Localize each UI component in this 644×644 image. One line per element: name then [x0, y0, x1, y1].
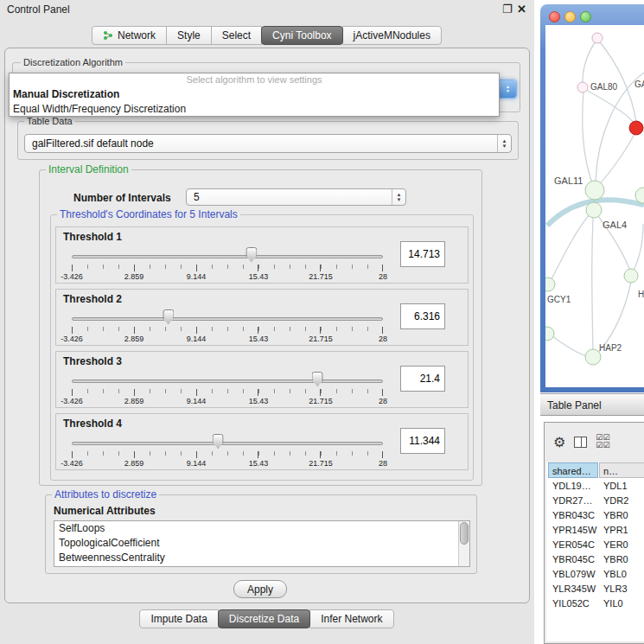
node-selected-red[interactable] — [629, 121, 643, 135]
tab-cyni-toolbox[interactable]: Cyni Toolbox — [261, 26, 342, 45]
node-label-gal80: GAL80 — [590, 82, 618, 92]
close-icon[interactable]: ✕ — [517, 3, 526, 16]
slider-track[interactable] — [72, 379, 383, 383]
node[interactable] — [592, 33, 603, 43]
table-row[interactable]: YBR045CYBR0 — [548, 552, 644, 567]
list-scrollbar[interactable] — [458, 521, 469, 566]
gear-icon[interactable]: ⚙ — [553, 434, 565, 450]
zoom-traffic-light-icon[interactable] — [580, 11, 591, 22]
column-header-shared-name[interactable]: shared… — [548, 462, 598, 478]
scale-label: -3.426 — [61, 459, 83, 468]
table-row[interactable]: YBR043CYBR0 — [548, 508, 644, 523]
table-row[interactable]: YDR27…YDR2 — [548, 494, 644, 508]
combobox-arrows-icon[interactable]: ▲ ▼ — [500, 80, 516, 98]
threshold-1-slider[interactable]: -3.426 2.859 9.144 15.43 21.715 28 — [72, 243, 383, 283]
scrollbar-thumb[interactable] — [460, 522, 469, 545]
slider-ticks — [72, 327, 383, 334]
table-panel-header: Table Panel — [540, 393, 644, 416]
network-view-window: GAL80 GA GAL11 GAL4 GCY1 H HAP2 — [540, 4, 644, 392]
window-title: Control Panel — [7, 3, 70, 16]
table-panel-title: Table Panel — [547, 399, 602, 411]
node-label-ga: GA — [634, 80, 644, 89]
tab-select[interactable]: Select — [211, 26, 262, 45]
list-item[interactable]: BetweennessCentrality — [54, 551, 469, 565]
slider-thumb[interactable] — [163, 309, 174, 324]
algorithm-placeholder-item[interactable]: Select algorithm to view settings — [10, 73, 499, 87]
float-window-icon[interactable]: ❐ — [502, 3, 513, 16]
slider-track[interactable] — [72, 255, 383, 258]
threshold-4-value-input[interactable] — [400, 428, 445, 454]
cell: YBR0 — [603, 552, 628, 567]
cell: YPR1 — [603, 523, 628, 538]
close-traffic-light-icon[interactable] — [549, 11, 560, 22]
threshold-label: Threshold 2 — [63, 293, 122, 305]
threshold-2-slider[interactable]: -3.426 2.859 9.144 15.43 21.715 28 — [72, 305, 383, 345]
slider-ticks — [72, 389, 383, 396]
minimize-traffic-light-icon[interactable] — [564, 11, 576, 22]
node-gal4[interactable] — [586, 202, 602, 218]
cell: YLR345W — [552, 582, 600, 596]
cell: YIL0 — [603, 596, 623, 611]
tab-infer-network[interactable]: Infer Network — [309, 609, 393, 628]
combobox-arrows-icon[interactable]: ▲ ▼ — [497, 135, 511, 152]
node-label-hap2: HAP2 — [599, 343, 622, 353]
slider-thumb[interactable] — [213, 434, 224, 449]
slider-thumb[interactable] — [312, 372, 323, 386]
network-canvas[interactable]: GAL80 GA GAL11 GAL4 GCY1 H HAP2 — [545, 25, 644, 387]
cell: YDR2 — [603, 494, 628, 508]
algorithm-dropdown-popup: Select algorithm to view settings Manual… — [9, 73, 500, 117]
tab-discretize-data[interactable]: Discretize Data — [218, 609, 310, 628]
table-row[interactable]: YDL19…YDL1 — [548, 479, 644, 494]
table-row[interactable]: YER054CYER0 — [548, 538, 644, 552]
slider-scale-labels: -3.426 2.859 9.144 15.43 21.715 28 — [72, 397, 383, 406]
threshold-1-value-input[interactable] — [400, 241, 445, 267]
tab-label: Select — [222, 29, 251, 41]
table-data-combobox[interactable]: galFiltered.sif default node ▲ ▼ — [24, 134, 512, 153]
bottom-tab-bar: Impute Data Discretize Data Infer Networ… — [0, 609, 534, 628]
tab-impute-data[interactable]: Impute Data — [139, 609, 218, 628]
threshold-3-slider[interactable]: -3.426 2.859 9.144 15.43 21.715 28 — [72, 367, 383, 407]
columns-icon[interactable] — [574, 437, 587, 448]
node[interactable] — [545, 327, 554, 341]
number-of-intervals-combobox[interactable]: 5 ▲ ▼ — [186, 188, 406, 206]
slider-track[interactable] — [72, 317, 383, 321]
algorithm-option-equal-width[interactable]: Equal Width/Frequency Discretization — [10, 102, 499, 117]
tab-style[interactable]: Style — [166, 26, 212, 45]
control-panel-window: Control Panel ❐ ✕ Network Style Select C… — [0, 0, 534, 644]
table-row[interactable]: YIL052CYIL0 — [548, 596, 644, 611]
cell: YER0 — [603, 538, 628, 552]
node-gcy1[interactable] — [545, 277, 555, 291]
threshold-label: Threshold 1 — [63, 231, 122, 243]
slider-track[interactable] — [72, 442, 383, 445]
network-icon — [103, 30, 113, 41]
checkbox-icon: ☑ — [596, 442, 603, 450]
list-item[interactable]: SelfLoops — [54, 521, 469, 536]
node[interactable] — [624, 269, 638, 283]
column-header-name[interactable]: n… — [599, 462, 644, 478]
cell: YER054C — [552, 538, 600, 552]
cell: YPR145W — [552, 523, 600, 538]
table-row[interactable]: YPR145WYPR1 — [548, 523, 644, 538]
threshold-1-panel: Threshold 1 -3.426 2.859 9.144 15.43 21.… — [55, 226, 469, 284]
combobox-arrows-icon[interactable]: ▲ ▼ — [392, 189, 405, 205]
threshold-4-panel: Threshold 4 -3.426 2.859 9.144 15.43 21.… — [55, 413, 469, 470]
checkbox-icon: ☑ — [603, 442, 609, 450]
scale-label: 2.859 — [124, 272, 144, 281]
slider-thumb[interactable] — [245, 247, 257, 262]
threshold-3-value-input[interactable] — [400, 366, 445, 392]
scale-label: 15.43 — [249, 459, 269, 468]
node-gal80[interactable] — [577, 82, 588, 92]
scale-label: 28 — [379, 397, 387, 405]
table-row[interactable]: YBL079WYBL0 — [548, 567, 644, 582]
table-row[interactable]: YLR345WYLR3 — [548, 582, 644, 596]
list-item[interactable]: TopologicalCoefficient — [54, 536, 469, 551]
tab-network[interactable]: Network — [92, 26, 167, 45]
select-columns-checkbox-icons[interactable]: ☑ ☑ ☑ ☑ — [596, 434, 609, 450]
threshold-2-value-input[interactable] — [400, 303, 445, 329]
node-gal11[interactable] — [585, 181, 604, 200]
cell: YBL0 — [603, 567, 627, 582]
threshold-4-slider[interactable]: -3.426 2.859 9.144 15.43 21.715 28 — [72, 430, 383, 469]
tab-jactivemnodules[interactable]: jActiveMNodules — [342, 26, 442, 45]
apply-button[interactable]: Apply — [233, 580, 287, 598]
algorithm-option-manual[interactable]: Manual Discretization — [10, 87, 499, 102]
